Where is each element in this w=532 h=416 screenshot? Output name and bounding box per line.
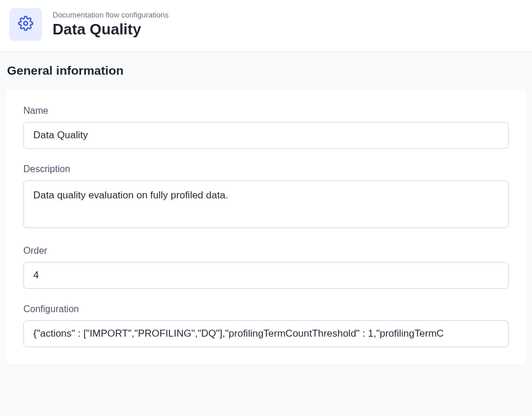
description-label: Description (23, 164, 509, 174)
section-title: General information (6, 64, 526, 78)
header-text: Documentation flow configurations Data Q… (53, 11, 169, 39)
content-area: General information Name Description Ord… (0, 52, 532, 415)
general-information-card: Name Description Order Configuration (6, 89, 526, 365)
page-title: Data Quality (53, 20, 169, 39)
form-group-configuration: Configuration (23, 304, 509, 347)
gear-icon (18, 16, 33, 33)
header-icon-container (9, 8, 42, 41)
form-group-name: Name (23, 106, 509, 149)
configuration-label: Configuration (23, 304, 509, 314)
name-input[interactable] (23, 122, 509, 149)
description-input[interactable] (23, 180, 509, 228)
breadcrumb: Documentation flow configurations (53, 11, 169, 19)
name-label: Name (23, 106, 509, 116)
form-group-description: Description (23, 164, 509, 230)
page-header: Documentation flow configurations Data Q… (0, 0, 532, 52)
configuration-input[interactable] (23, 320, 509, 347)
order-label: Order (23, 246, 509, 256)
svg-point-0 (24, 22, 28, 26)
order-input[interactable] (23, 262, 509, 289)
form-group-order: Order (23, 246, 509, 289)
